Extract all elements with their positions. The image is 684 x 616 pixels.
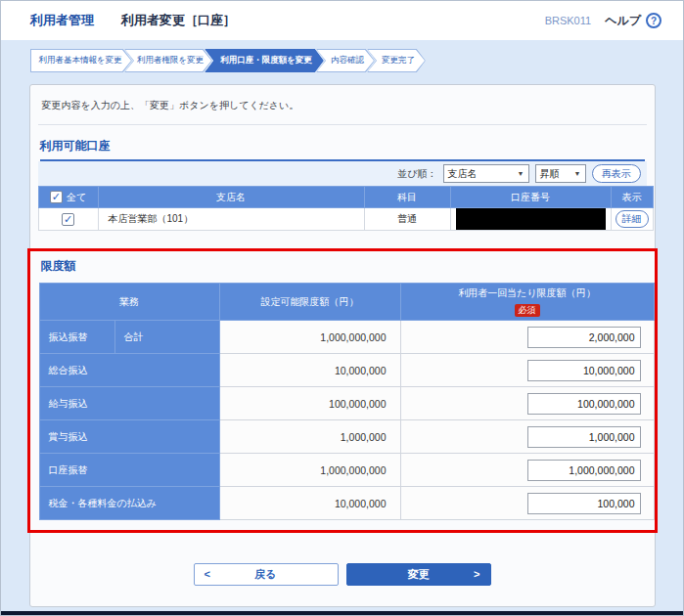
header-number: 口座番号 — [450, 187, 611, 208]
limit-subcategory: 合計 — [114, 321, 219, 354]
limit-category: 総合振込 — [39, 354, 219, 387]
account-type: 普通 — [364, 208, 450, 231]
header-display: 表示 — [611, 187, 653, 208]
select-all-checkbox[interactable]: ✓ — [50, 191, 63, 203]
limit-max-value: 1,000,000,000 — [219, 454, 400, 487]
limit-max-value: 10,000,000 — [219, 487, 400, 520]
account-number-cell — [450, 208, 611, 231]
step-breadcrumb: 利用者基本情報を変更 利用者権限を変更 利用口座・限度額を変更 内容確認 変更完… — [30, 49, 683, 72]
account-branch: 本店営業部（101） — [98, 208, 364, 231]
step-label: 利用者基本情報を変更 — [30, 49, 132, 72]
step-permissions: 利用者権限を変更 — [124, 49, 212, 72]
limit-input-sogo[interactable] — [527, 360, 641, 381]
limit-max-value: 10,000,000 — [219, 354, 400, 387]
limit-input-kyuyo[interactable] — [527, 393, 641, 415]
topbar-right: BRSK011 ヘルプ ? — [545, 13, 661, 29]
accounts-table: ✓ 全て 支店名 科目 口座番号 表示 ✓ — [38, 186, 654, 231]
limits-table: 業務 設定可能限度額（円） 利用者一回当たり限度額（円） 必須 振込振替 — [39, 283, 655, 520]
step-confirm: 内容確認 — [316, 49, 375, 72]
detail-button[interactable]: 詳細 — [616, 210, 649, 228]
step-accounts-limits: 利用口座・限度額を変更 — [205, 49, 324, 72]
back-button-label: 戻る — [254, 567, 276, 582]
account-checkbox-cell: ✓ — [38, 208, 98, 231]
footer-bar — [1, 611, 683, 615]
check-icon: ✓ — [52, 192, 61, 202]
caret-down-icon: ▼ — [518, 170, 524, 177]
required-badge: 必須 — [515, 304, 540, 317]
header-settable-limit: 設定可能限度額（円） — [219, 284, 400, 321]
limit-max-value: 1,000,000,000 — [219, 321, 400, 354]
limit-max-value: 1,000,000 — [219, 420, 400, 454]
limit-row-sogo: 総合振込 10,000,000 — [39, 354, 654, 387]
chevron-left-icon: < — [205, 568, 210, 580]
header-type: 科目 — [364, 187, 450, 208]
step-label: 内容確認 — [316, 49, 375, 72]
chevron-right-icon: > — [474, 568, 479, 580]
header-per-use-limit: 利用者一回当たり限度額（円） 必須 — [400, 284, 654, 321]
limit-category: 賞与振込 — [39, 420, 219, 454]
limit-category: 振込振替 — [39, 321, 114, 354]
limit-max-value: 100,000,000 — [219, 387, 400, 420]
step-label: 変更完了 — [367, 49, 426, 72]
limit-category: 給与振込 — [39, 387, 219, 420]
available-accounts-section: 利用可能口座 並び順： 支店名 ▼ 昇順 ▼ 再表示 — [38, 138, 647, 231]
limit-row-kyuyo: 給与振込 100,000,000 — [39, 387, 654, 420]
select-all-label: 全て — [67, 191, 86, 204]
check-icon: ✓ — [64, 214, 72, 225]
limit-row-furikomi: 振込振替 合計 1,000,000,000 — [39, 321, 654, 354]
sort-label: 並び順： — [397, 167, 436, 181]
limit-row-shoyo: 賞与振込 1,000,000 — [39, 420, 654, 454]
browser-viewport: 利用者管理 利用者変更［口座］ BRSK011 ヘルプ ? 利用者基本情報を変更… — [0, 0, 684, 616]
limit-category: 口座振替 — [39, 454, 219, 487]
content-panel: 変更内容を入力の上、「変更」ボタンを押してください。 利用可能口座 並び順： 支… — [29, 84, 656, 607]
step-label: 利用者権限を変更 — [124, 49, 212, 72]
sort-toolbar: 並び順： 支店名 ▼ 昇順 ▼ 再表示 — [38, 161, 647, 186]
limit-input-furikomi[interactable] — [527, 327, 641, 348]
refresh-button[interactable]: 再表示 — [592, 164, 641, 183]
limit-input-cell — [400, 420, 654, 454]
header-select-all: ✓ 全て — [38, 187, 98, 208]
page-title: 利用者変更［口座］ — [121, 12, 236, 29]
help-question-icon[interactable]: ? — [646, 13, 661, 28]
per-use-limit-label: 利用者一回当たり限度額（円） — [458, 286, 595, 300]
help-link[interactable]: ヘルプ ? — [605, 13, 661, 29]
sort-order-value: 昇順 — [540, 167, 560, 181]
limit-input-cell — [400, 487, 654, 520]
help-label: ヘルプ — [605, 13, 641, 29]
sort-key-value: 支店名 — [448, 167, 478, 181]
limits-section-title: 限度額 — [41, 258, 651, 275]
limits-highlight-box: 限度額 業務 設定可能限度額（円） 利用者一回当たり限度額（円） 必須 — [27, 248, 658, 533]
sort-order-select[interactable]: 昇順 ▼ — [535, 164, 586, 183]
limit-row-kofuri: 口座振替 1,000,000,000 — [39, 454, 654, 487]
step-label: 利用口座・限度額を変更 — [205, 49, 324, 72]
action-buttons: < 戻る 変更 > — [38, 563, 647, 586]
limit-input-cell — [400, 321, 654, 354]
app-title: 利用者管理 — [30, 12, 94, 29]
sort-key-select[interactable]: 支店名 ▼ — [443, 164, 529, 183]
accounts-table-header-row: ✓ 全て 支店名 科目 口座番号 表示 — [38, 187, 653, 208]
submit-button-label: 変更 — [408, 567, 430, 582]
header-branch: 支店名 — [98, 187, 364, 208]
limit-input-cell — [400, 387, 654, 420]
account-row: ✓ 本店営業部（101） 普通 詳細 — [38, 208, 653, 231]
accounts-section-title: 利用可能口座 — [40, 138, 645, 161]
submit-button[interactable]: 変更 > — [346, 563, 491, 586]
limit-input-shoyo[interactable] — [527, 426, 641, 448]
redacted-account-number — [456, 208, 606, 230]
header-business: 業務 — [39, 284, 219, 321]
caret-down-icon: ▼ — [574, 170, 581, 177]
screen-code: BRSK011 — [545, 15, 592, 26]
topbar: 利用者管理 利用者変更［口座］ BRSK011 ヘルプ ? — [1, 1, 683, 40]
limit-input-kofuri[interactable] — [527, 460, 641, 481]
account-detail-cell: 詳細 — [611, 208, 653, 231]
limit-input-zeikin[interactable] — [527, 493, 641, 514]
limit-input-cell — [400, 354, 654, 387]
back-button[interactable]: < 戻る — [194, 563, 339, 586]
account-checkbox[interactable]: ✓ — [62, 213, 74, 226]
limit-category: 税金・各種料金の払込み — [39, 487, 219, 520]
limit-row-zeikin: 税金・各種料金の払込み 10,000,000 — [39, 487, 654, 520]
limits-table-header-row: 業務 設定可能限度額（円） 利用者一回当たり限度額（円） 必須 — [39, 284, 654, 321]
instruction-text: 変更内容を入力の上、「変更」ボタンを押してください。 — [38, 85, 647, 125]
step-basic-info: 利用者基本情報を変更 — [30, 49, 132, 72]
step-complete: 変更完了 — [367, 49, 426, 72]
